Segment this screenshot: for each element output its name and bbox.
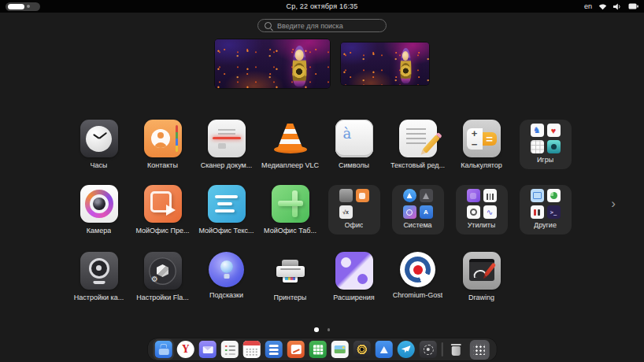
next-page-chevron-icon[interactable]: › bbox=[611, 197, 616, 210]
app-chromium-gost[interactable]: Chromium-Gost bbox=[386, 252, 450, 301]
workspace-thumbnail-1[interactable] bbox=[215, 39, 330, 88]
folder-office[interactable]: Офис bbox=[322, 185, 386, 235]
app-vlc[interactable]: Медиаплеер VLC bbox=[258, 120, 322, 169]
folder-label: Другие bbox=[534, 221, 557, 229]
folder-games[interactable]: Игры bbox=[513, 120, 577, 169]
bar-chart-app-icon bbox=[483, 189, 497, 202]
workspace-indicator[interactable] bbox=[6, 2, 40, 11]
app-label: МойОфис Текс... bbox=[198, 227, 254, 235]
folder-utilities[interactable]: Утилиты bbox=[450, 185, 513, 235]
text-document-app-icon[interactable] bbox=[265, 341, 283, 358]
drawing-app-icon bbox=[463, 252, 501, 290]
other-folder-tile: Другие bbox=[520, 185, 572, 235]
page-dot-2[interactable] bbox=[328, 328, 331, 331]
app-clocks[interactable]: Часы bbox=[67, 120, 131, 169]
folder-label: Офис bbox=[345, 221, 364, 229]
app-myoffice-presentation[interactable]: МойОфис Пре... bbox=[131, 185, 194, 235]
app-label: Chromium-Gost bbox=[393, 291, 443, 299]
document-scanner-app-icon bbox=[208, 120, 246, 157]
app-label: Камера bbox=[87, 227, 111, 235]
matryoshka-figure bbox=[288, 42, 310, 87]
gray-document-icon bbox=[339, 189, 353, 202]
folder-label: Игры bbox=[537, 156, 553, 164]
app-flatpak-settings[interactable]: Настройки Fla... bbox=[131, 252, 194, 301]
matryoshka-figure bbox=[398, 46, 414, 84]
app-label: Drawing bbox=[468, 294, 494, 301]
green-circle-app-icon bbox=[547, 189, 561, 202]
app-extensions[interactable]: Расширения bbox=[322, 252, 386, 301]
folder-system[interactable]: Система bbox=[386, 185, 450, 235]
myoffice-table-app-icon bbox=[272, 185, 309, 223]
dark-triangle-app-icon bbox=[420, 189, 433, 202]
presentation-app-icon[interactable] bbox=[287, 341, 305, 358]
app-tips[interactable]: Подсказки bbox=[194, 252, 258, 301]
app-store-icon[interactable] bbox=[376, 341, 393, 358]
app-grid-row-1: Часы Контакты Сканер докум... Медиаплеер… bbox=[67, 120, 577, 169]
app-myoffice-text[interactable]: МойОфис Текс... bbox=[194, 185, 258, 235]
top-bar: Ср, 22 октября 16:35 en bbox=[0, 0, 644, 13]
app-camera-settings[interactable]: Настройки ка... bbox=[67, 252, 131, 301]
app-document-scanner[interactable]: Сканер докум... bbox=[194, 120, 258, 169]
app-camera[interactable]: Камера bbox=[67, 185, 131, 235]
figures-app-icon bbox=[531, 205, 544, 219]
workspace-thumbnail-2[interactable] bbox=[341, 42, 429, 85]
app-drawing[interactable]: Drawing bbox=[450, 252, 513, 301]
files-app-icon[interactable] bbox=[155, 341, 172, 358]
telegram-app-icon[interactable] bbox=[398, 341, 415, 358]
wifi-icon bbox=[598, 3, 607, 10]
system-folder-tile: Система bbox=[392, 185, 444, 235]
text-editor-app-icon bbox=[399, 120, 437, 157]
search-icon bbox=[265, 22, 272, 29]
camera-app-icon bbox=[80, 185, 118, 223]
extensions-app-icon bbox=[335, 252, 373, 290]
app-printers[interactable]: Принтеры bbox=[258, 252, 322, 301]
battery-icon bbox=[628, 3, 638, 9]
image-viewer-app-icon[interactable] bbox=[331, 341, 349, 358]
show-apps-button[interactable] bbox=[469, 340, 489, 360]
app-label: Настройки ка... bbox=[74, 294, 124, 301]
disks-app-icon bbox=[467, 205, 480, 219]
app-label: Контакты bbox=[147, 161, 178, 169]
page-indicator bbox=[0, 327, 644, 332]
myoffice-presentation-app-icon bbox=[144, 185, 182, 223]
app-myoffice-table[interactable]: МойОфис Таб... bbox=[258, 185, 322, 235]
trash-icon[interactable] bbox=[447, 341, 464, 358]
app-contacts[interactable]: Контакты bbox=[131, 120, 194, 169]
app-label: Сканер докум... bbox=[201, 161, 253, 169]
mines-game-icon bbox=[547, 140, 561, 153]
app-calculator[interactable]: Калькулятор bbox=[450, 120, 513, 169]
purple-app-icon bbox=[467, 189, 480, 202]
calculator-app-icon bbox=[463, 120, 501, 157]
folder-other[interactable]: Другие bbox=[513, 185, 577, 235]
tasks-app-icon[interactable] bbox=[221, 341, 239, 358]
wallpaper bbox=[341, 42, 429, 85]
spreadsheet-app-icon[interactable] bbox=[309, 341, 327, 358]
terminal-app-icon bbox=[547, 205, 561, 219]
app-label: МойОфис Таб... bbox=[264, 227, 316, 235]
keyboard-layout-indicator: en bbox=[584, 2, 592, 10]
blue-circle-app-icon bbox=[403, 189, 416, 202]
app-label: Часы bbox=[91, 161, 108, 169]
app-label: Подсказки bbox=[209, 291, 243, 299]
camera-settings-app-icon bbox=[80, 252, 118, 290]
mail-app-icon[interactable] bbox=[199, 341, 217, 358]
characters-app-icon bbox=[335, 120, 373, 157]
search-bar[interactable] bbox=[257, 19, 387, 32]
app-characters[interactable]: Символы bbox=[322, 120, 386, 169]
settings-app-icon[interactable] bbox=[420, 341, 437, 358]
dock bbox=[148, 338, 497, 360]
status-area[interactable]: en bbox=[584, 2, 638, 10]
clock-date[interactable]: Ср, 22 октября 16:35 bbox=[286, 2, 357, 10]
page-dot-1[interactable] bbox=[314, 327, 319, 332]
music-player-app-icon[interactable] bbox=[353, 341, 371, 358]
orange-office-icon bbox=[356, 189, 369, 202]
search-input[interactable] bbox=[276, 21, 379, 31]
app-label: Символы bbox=[339, 161, 369, 169]
yandex-browser-icon[interactable] bbox=[177, 341, 194, 358]
folder-label: Система bbox=[403, 221, 431, 229]
waveform-app-icon bbox=[483, 205, 497, 219]
office-folder-tile: Офис bbox=[328, 185, 380, 235]
app-text-editor[interactable]: Текстовый ред... bbox=[386, 120, 450, 169]
calendar-app-icon[interactable] bbox=[243, 341, 261, 358]
workspace-dot bbox=[27, 5, 30, 8]
